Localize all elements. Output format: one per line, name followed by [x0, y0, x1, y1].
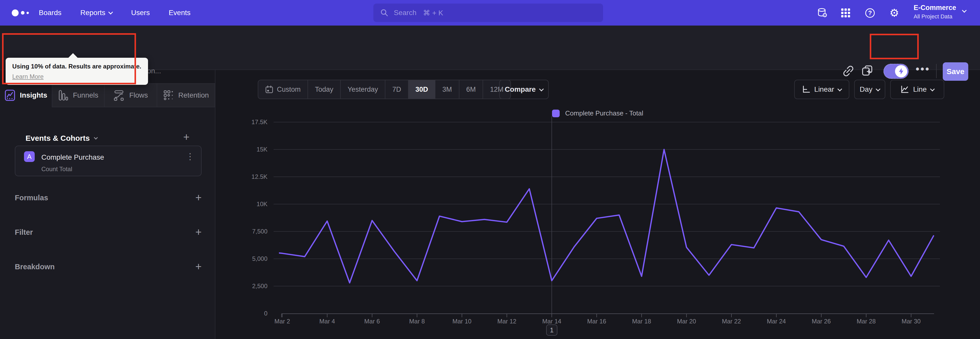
y-tick-label: 2,500	[229, 283, 267, 290]
tooltip-text: Using 10% of data. Results are approxima…	[12, 63, 142, 70]
legend-item[interactable]: Complete Purchase - Total	[215, 109, 980, 117]
section-formulas: Formulas+	[15, 192, 202, 204]
tab-insights[interactable]: Insights	[0, 83, 52, 107]
event-letter-badge: A	[24, 151, 35, 162]
x-tick-label: Mar 28	[846, 318, 886, 325]
logo-dot-icon	[21, 11, 24, 14]
sampling-tooltip: Using 10% of data. Results are approxima…	[6, 58, 148, 85]
query-builder: Events & Cohorts + A Complete Purchase ⋮…	[0, 107, 215, 339]
y-tick-label: 17.5K	[229, 118, 267, 126]
nav-item-users[interactable]: Users	[131, 9, 150, 17]
section-label: Breakdown	[15, 262, 55, 271]
kebab-menu-icon[interactable]: ⋮	[186, 151, 194, 162]
range-label: Yesterday	[348, 86, 378, 93]
range-30d[interactable]: 30D	[409, 80, 436, 99]
tab-label: Retention	[178, 91, 209, 99]
logo-dot-icon	[12, 10, 19, 16]
x-tick-label: Mar 4	[307, 318, 348, 325]
project-switcher[interactable]: E-Commerce All Project Data	[914, 4, 956, 20]
calendar-icon	[265, 85, 273, 93]
event-aggregation[interactable]: Count Total	[41, 166, 72, 173]
tab-retention[interactable]: Retention	[157, 83, 215, 107]
scale-select[interactable]: Linear	[794, 80, 850, 99]
mixpanel-logo[interactable]	[12, 8, 40, 18]
add-event-button[interactable]: +	[183, 132, 189, 142]
x-tick-label: Mar 24	[756, 318, 797, 325]
nav-item-label: Boards	[39, 9, 62, 17]
search-shortcut: ⌘ + K	[423, 9, 443, 17]
add-formulas-button[interactable]: +	[195, 192, 202, 203]
search-input[interactable]: Search ⌘ + K	[373, 3, 603, 22]
chevron-down-icon	[94, 135, 98, 139]
annotation-badge[interactable]: 1	[546, 325, 557, 336]
sampling-toggle[interactable]	[883, 64, 908, 79]
add-filter-button[interactable]: +	[195, 227, 202, 238]
data-management-button[interactable]	[816, 7, 829, 19]
report-tabs: InsightsFunnelsFlowsRetention	[0, 83, 215, 107]
chevron-down-icon	[539, 86, 544, 91]
range-yesterday[interactable]: Yesterday	[341, 80, 385, 99]
tab-funnels[interactable]: Funnels	[52, 83, 105, 107]
tab-flows[interactable]: Flows	[105, 83, 157, 107]
gear-icon: ⚙	[889, 8, 899, 18]
gridlines	[274, 122, 940, 286]
x-tick-label: Mar 10	[442, 318, 482, 325]
add-to-board-icon	[861, 65, 873, 77]
toggle-knob	[895, 65, 907, 77]
date-range-control: CustomTodayYesterday7D30D3M6M12M	[258, 80, 511, 99]
project-name: E-Commerce	[914, 4, 956, 12]
section-breakdown: Breakdown+	[15, 261, 202, 273]
x-tick-label: Mar 20	[666, 318, 707, 325]
x-tick-label: Mar 18	[621, 318, 662, 325]
range-custom[interactable]: Custom	[258, 80, 308, 99]
line-chart-icon	[900, 85, 909, 94]
top-nav: BoardsReportsUsersEvents Search ⌘ + K	[0, 0, 980, 26]
question-circle-icon: ?	[864, 7, 876, 19]
chevron-down-icon	[108, 10, 113, 14]
nav-item-boards[interactable]: Boards	[39, 9, 62, 17]
range-label: 30D	[415, 86, 428, 93]
copy-link-button[interactable]	[842, 64, 855, 78]
chart-type-select[interactable]: Line	[890, 80, 944, 99]
section-filter: Filter+	[15, 226, 202, 238]
retention-icon	[163, 90, 174, 101]
settings-button[interactable]: ⚙	[888, 7, 900, 19]
range-label: 7D	[392, 86, 401, 93]
search-placeholder: Search	[394, 9, 417, 17]
nav-item-reports[interactable]: Reports	[80, 9, 112, 17]
range-6m[interactable]: 6M	[460, 80, 484, 99]
flows-icon	[113, 90, 124, 101]
events-cohorts-header[interactable]: Events & Cohorts	[25, 134, 97, 142]
interval-select[interactable]: Day	[854, 80, 885, 99]
database-icon	[817, 7, 828, 19]
range-3m[interactable]: 3M	[435, 80, 460, 99]
nav-item-label: Users	[131, 9, 150, 17]
chevron-down-icon	[838, 86, 842, 91]
help-button[interactable]: ?	[864, 7, 876, 19]
nav-item-events[interactable]: Events	[169, 9, 191, 17]
event-title: Complete Purchase	[41, 153, 104, 162]
y-tick-label: 12.5K	[229, 173, 267, 181]
add-breakdown-button[interactable]: +	[195, 261, 202, 272]
x-tick-label: Mar 26	[801, 318, 842, 325]
range-7d[interactable]: 7D	[385, 80, 409, 99]
funnels-icon	[58, 90, 68, 101]
compare-button[interactable]: Compare	[499, 80, 549, 99]
nav-item-label: Events	[169, 9, 191, 17]
compare-label: Compare	[505, 85, 536, 93]
more-options-button[interactable]: •••	[916, 63, 930, 75]
x-tick-label: Mar 6	[352, 318, 393, 325]
range-today[interactable]: Today	[308, 80, 341, 99]
x-tick-label: Mar 22	[711, 318, 752, 325]
y-tick-label: 15K	[229, 146, 267, 153]
learn-more-link[interactable]: Learn More	[12, 73, 44, 80]
add-to-board-button[interactable]	[861, 64, 874, 78]
chevron-down-icon	[876, 86, 880, 91]
main-nav: BoardsReportsUsersEvents	[39, 0, 191, 26]
save-button[interactable]: Save	[943, 62, 968, 81]
apps-button[interactable]	[840, 7, 852, 19]
x-tick-label: Mar 16	[576, 318, 617, 325]
event-card[interactable]: A Complete Purchase ⋮ Count Total	[15, 146, 202, 176]
divider	[936, 64, 937, 78]
chevron-down-icon	[962, 8, 966, 13]
